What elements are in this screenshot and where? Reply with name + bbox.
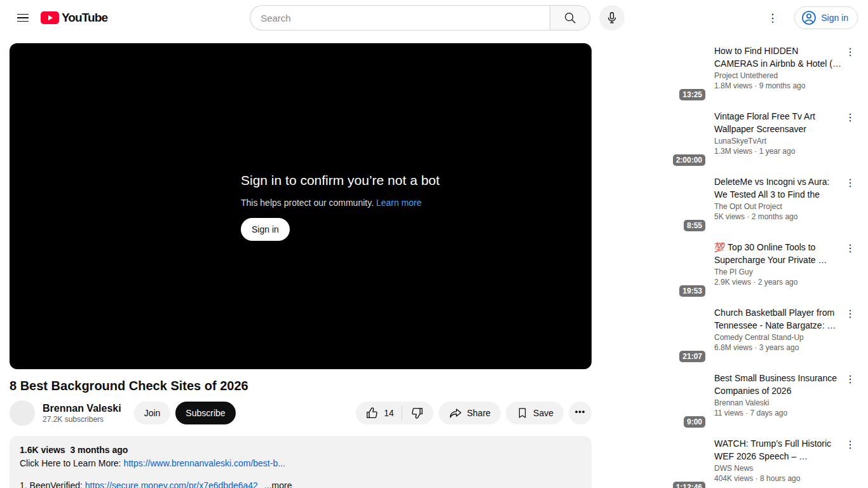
related-video-meta: 1.8M views · 9 months ago	[714, 81, 843, 90]
duration-badge: 8:55	[684, 220, 705, 231]
related-video-item[interactable]: 2:00:00 Vintage Floral Free Tv Art Wallp…	[601, 109, 858, 168]
related-video-channel[interactable]: DWS News	[714, 464, 843, 473]
like-button[interactable]: 14	[356, 402, 402, 424]
related-video-title[interactable]: 💯 Top 30 Online Tools to Supercharge You…	[714, 240, 843, 265]
bot-check-overlay: Sign in to confirm you’re not a bot This…	[241, 173, 440, 241]
overlay-title: Sign in to confirm you’re not a bot	[241, 173, 440, 188]
search-icon	[563, 11, 577, 25]
video-title: 8 Best Background Check Sites of 2026	[10, 379, 592, 393]
sidebar-video-list: 13:25 How to Find HIDDEN CAMERAS in Airb…	[601, 43, 858, 488]
related-video-item[interactable]: 8:55 DeleteMe vs Incogni vs Aura: We Tes…	[601, 174, 858, 234]
related-video-meta: 2.9K views · 2 years ago	[714, 278, 843, 287]
related-video-title[interactable]: DeleteMe vs Incogni vs Aura: We Tested A…	[714, 174, 843, 200]
share-label: Share	[467, 408, 491, 418]
related-video-item[interactable]: 21:07 Church Basketball Player from Tenn…	[601, 305, 858, 365]
channel-avatar[interactable]	[10, 400, 35, 426]
subscriber-count: 27.2K subscribers	[43, 415, 121, 424]
channel-action-row: Brennan Valeski 27.2K subscribers Join S…	[10, 400, 592, 426]
search-button[interactable]	[550, 5, 590, 30]
upload-date: 3 months ago	[70, 445, 128, 455]
description-meta: 1.6K views 3 months ago	[20, 444, 581, 456]
related-video-title[interactable]: Best Small Business Insurance Companies …	[714, 370, 843, 396]
hamburger-icon	[17, 14, 29, 15]
description-line-2: 1. BeenVerified: https://secure.money.co…	[20, 479, 581, 488]
menu-button[interactable]	[10, 5, 36, 30]
related-video-title[interactable]: WATCH: Trump’s Full Historic WEF 2026 Sp…	[714, 436, 843, 461]
like-dislike-group: 14	[356, 402, 433, 424]
related-video-title[interactable]: How to Find HIDDEN CAMERAS in Airbnb & H…	[714, 43, 843, 69]
related-video-item[interactable]: 19:53 💯 Top 30 Online Tools to Superchar…	[601, 240, 858, 299]
description-box[interactable]: 1.6K views 3 months ago Click Here to Le…	[10, 436, 592, 488]
related-video-channel[interactable]: The PI Guy	[714, 268, 843, 276]
duration-badge: 13:25	[679, 89, 705, 100]
share-icon	[449, 406, 463, 420]
show-more-link[interactable]: ...more	[264, 480, 292, 488]
description-link-2[interactable]: https://secure.money.com/pr/x7e6dbde6a42	[85, 480, 258, 488]
video-thumbnail[interactable]: 13:25	[601, 43, 708, 103]
duration-badge: 1:12:46	[673, 482, 705, 488]
related-video-meta: 5K views · 2 months ago	[714, 212, 843, 221]
video-options-kebab[interactable]: ⋮	[843, 43, 858, 103]
duration-badge: 19:53	[679, 285, 705, 297]
related-video-channel[interactable]: LunaSkyeTvArt	[714, 137, 843, 146]
share-button[interactable]: Share	[438, 402, 501, 424]
video-options-kebab[interactable]: ⋮	[843, 109, 858, 168]
description-line-1: Click Here to Learn More: https://www.br…	[20, 457, 581, 470]
related-video-title[interactable]: Vintage Floral Free Tv Art Wallpaper Scr…	[714, 109, 843, 134]
related-video-meta: 11 views · 7 days ago	[714, 409, 843, 417]
save-label: Save	[533, 408, 553, 418]
search-input[interactable]	[250, 5, 550, 30]
thumbs-up-icon	[365, 406, 379, 420]
microphone-icon	[605, 11, 619, 25]
related-video-channel[interactable]: Comedy Central Stand-Up	[714, 333, 843, 342]
overlay-subtitle: This helps protect our community. Learn …	[241, 198, 440, 208]
related-video-item[interactable]: 1:12:46 WATCH: Trump’s Full Historic WEF…	[601, 436, 858, 488]
duration-badge: 9:00	[684, 416, 705, 428]
video-thumbnail[interactable]: 19:53	[601, 240, 708, 299]
save-button[interactable]: Save	[506, 402, 564, 424]
learn-more-link[interactable]: Learn more	[376, 198, 422, 208]
video-options-kebab[interactable]: ⋮	[843, 305, 858, 365]
view-count: 1.6K views	[20, 445, 65, 455]
description-link-1[interactable]: https://www.brennanvaleski.com/best-b...	[123, 458, 285, 468]
player-signin-button[interactable]: Sign in	[241, 218, 290, 241]
video-thumbnail[interactable]: 9:00	[601, 370, 708, 430]
related-video-meta: 1.3M views · 1 year ago	[714, 147, 843, 156]
settings-kebab-button[interactable]: ⋮	[767, 13, 778, 24]
video-options-kebab[interactable]: ⋮	[843, 436, 858, 488]
thumbs-down-icon	[410, 406, 424, 420]
dislike-button[interactable]	[402, 402, 433, 424]
youtube-logo-text: YouTube	[62, 11, 107, 25]
related-video-meta: 6.8M views · 3 years ago	[714, 343, 843, 352]
top-app-bar: YouTube ⋮	[0, 0, 868, 36]
video-thumbnail[interactable]: 2:00:00	[601, 109, 708, 168]
youtube-logo[interactable]: YouTube	[41, 11, 107, 25]
video-options-kebab[interactable]: ⋮	[843, 174, 858, 234]
duration-badge: 2:00:00	[673, 154, 705, 166]
related-video-title[interactable]: Church Basketball Player from Tennessee …	[714, 305, 843, 330]
signin-button[interactable]: Sign in	[794, 6, 858, 29]
like-count: 14	[384, 408, 394, 418]
account-circle-icon	[801, 10, 817, 25]
signin-button-label: Sign in	[821, 13, 848, 23]
more-actions-button[interactable]: •••	[569, 402, 592, 424]
video-thumbnail[interactable]: 21:07	[601, 305, 708, 365]
duration-badge: 21:07	[679, 351, 705, 362]
video-player[interactable]: Sign in to confirm you’re not a bot This…	[10, 43, 592, 369]
voice-search-button[interactable]	[599, 5, 625, 30]
video-options-kebab[interactable]: ⋮	[843, 370, 858, 430]
related-video-channel[interactable]: Brennan Valeski	[714, 398, 843, 407]
video-thumbnail[interactable]: 1:12:46	[601, 436, 708, 488]
related-video-channel[interactable]: The Opt Out Project	[714, 202, 843, 211]
join-button[interactable]: Join	[134, 402, 171, 424]
bookmark-icon	[516, 407, 529, 419]
youtube-play-icon	[41, 11, 59, 24]
related-video-meta: 404K views · 8 hours ago	[714, 474, 843, 483]
video-thumbnail[interactable]: 8:55	[601, 174, 708, 234]
video-options-kebab[interactable]: ⋮	[843, 240, 858, 299]
channel-name[interactable]: Brennan Valeski	[43, 403, 121, 414]
related-video-item[interactable]: 9:00 Best Small Business Insurance Compa…	[601, 370, 858, 430]
related-video-item[interactable]: 13:25 How to Find HIDDEN CAMERAS in Airb…	[601, 43, 858, 103]
related-video-channel[interactable]: Project Untethered	[714, 71, 843, 80]
subscribe-button[interactable]: Subscribe	[175, 402, 235, 424]
